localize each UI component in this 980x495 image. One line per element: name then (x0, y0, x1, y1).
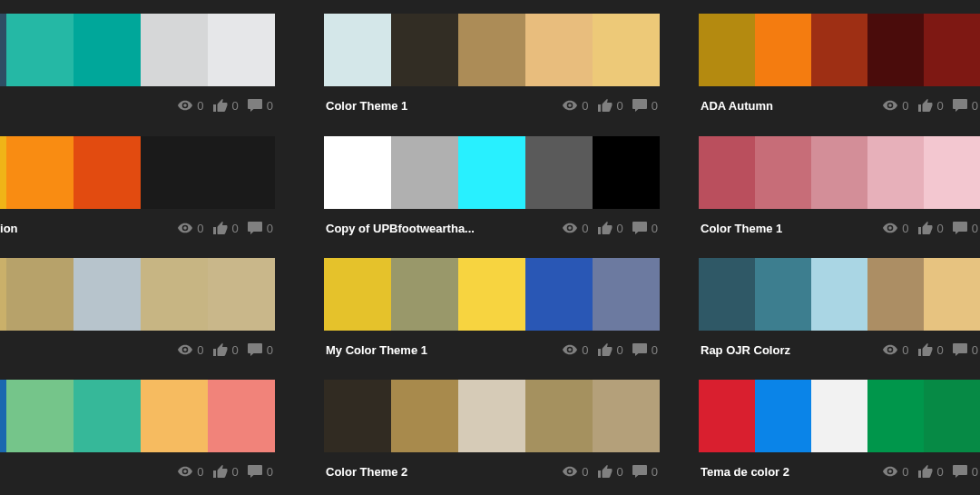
swatch[interactable] (525, 14, 593, 86)
swatch[interactable] (391, 380, 458, 452)
palette-title[interactable]: Color Theme 1 (326, 99, 407, 113)
comments-stat[interactable]: 0 (632, 222, 658, 235)
palette-card[interactable]: Color Theme 1000 (324, 14, 660, 121)
swatch[interactable] (6, 136, 74, 209)
comments-stat[interactable]: 0 (953, 343, 978, 357)
swatch[interactable] (593, 14, 660, 86)
palette-card[interactable]: Color Theme 2000 (324, 380, 660, 487)
swatch[interactable] (141, 258, 208, 331)
palette-card[interactable]: it000 (0, 380, 275, 487)
views-stat[interactable]: 0 (883, 465, 908, 479)
swatch[interactable] (699, 258, 755, 331)
likes-stat[interactable]: 0 (598, 465, 623, 479)
likes-stat[interactable]: 0 (213, 99, 239, 113)
swatch[interactable] (324, 14, 391, 86)
swatch[interactable] (324, 380, 391, 452)
swatch[interactable] (924, 380, 980, 452)
comments-stat[interactable]: 0 (248, 99, 273, 113)
palette-title[interactable]: Rap OJR Colorz (701, 343, 790, 357)
swatch[interactable] (924, 136, 980, 209)
palette-title[interactable]: My Color Theme 1 (326, 343, 427, 357)
swatch[interactable] (0, 258, 6, 331)
swatch[interactable] (0, 380, 6, 452)
swatch[interactable] (74, 136, 141, 209)
swatch[interactable] (699, 136, 755, 209)
swatch[interactable] (525, 258, 593, 331)
swatch[interactable] (811, 258, 867, 331)
comments-stat[interactable]: 0 (248, 222, 273, 235)
swatch[interactable] (391, 14, 458, 86)
swatch[interactable] (141, 380, 208, 452)
palette-card[interactable]: Rap OJR Colorz000 (699, 258, 980, 365)
swatch[interactable] (593, 136, 660, 209)
views-stat[interactable]: 0 (178, 343, 203, 357)
swatch[interactable] (208, 258, 275, 331)
views-stat[interactable]: 0 (563, 465, 588, 479)
swatch[interactable] (867, 258, 924, 331)
swatch[interactable] (391, 258, 458, 331)
swatch[interactable] (593, 258, 660, 331)
swatch[interactable] (867, 136, 924, 209)
comments-stat[interactable]: 0 (632, 343, 658, 357)
likes-stat[interactable]: 0 (213, 343, 239, 357)
swatch[interactable] (6, 258, 74, 331)
swatch[interactable] (0, 136, 6, 209)
swatch[interactable] (458, 136, 525, 209)
likes-stat[interactable]: 0 (598, 343, 623, 357)
swatch[interactable] (74, 380, 141, 452)
palette-card[interactable]: Copy of UPBfootweartha...000 (324, 136, 660, 243)
comments-stat[interactable]: 0 (632, 99, 658, 113)
comments-stat[interactable]: 0 (632, 465, 658, 479)
comments-stat[interactable]: 0 (953, 465, 978, 479)
swatch[interactable] (6, 14, 74, 86)
swatch[interactable] (755, 14, 811, 86)
palette-title[interactable]: Copy of UPBfootweartha... (326, 222, 475, 235)
comments-stat[interactable]: 0 (248, 343, 273, 357)
palette-title[interactable]: Scene Fusion (0, 222, 18, 235)
views-stat[interactable]: 0 (883, 99, 908, 113)
swatch[interactable] (699, 14, 755, 86)
views-stat[interactable]: 0 (883, 343, 908, 357)
swatch[interactable] (141, 136, 208, 209)
swatch[interactable] (458, 14, 525, 86)
likes-stat[interactable]: 0 (918, 222, 944, 235)
likes-stat[interactable]: 0 (213, 222, 239, 235)
swatch[interactable] (208, 14, 275, 86)
comments-stat[interactable]: 0 (953, 99, 978, 113)
views-stat[interactable]: 0 (563, 99, 588, 113)
palette-title[interactable]: Tema de color 2 (701, 465, 789, 479)
swatch[interactable] (755, 380, 811, 452)
swatch[interactable] (867, 380, 924, 452)
swatch[interactable] (458, 380, 525, 452)
palette-card[interactable]: ADA Autumn000 (699, 14, 980, 121)
swatch[interactable] (811, 136, 867, 209)
swatch[interactable] (699, 380, 755, 452)
palette-title[interactable]: Color Theme 1 (701, 222, 782, 235)
swatch[interactable] (0, 14, 6, 86)
swatch[interactable] (525, 380, 593, 452)
swatch[interactable] (458, 258, 525, 331)
likes-stat[interactable]: 0 (598, 99, 623, 113)
comments-stat[interactable]: 0 (953, 222, 978, 235)
palette-card[interactable]: oom Paint000 (0, 258, 275, 365)
likes-stat[interactable]: 0 (598, 222, 623, 235)
swatch[interactable] (525, 136, 593, 209)
swatch[interactable] (811, 380, 867, 452)
views-stat[interactable]: 0 (178, 99, 203, 113)
swatch[interactable] (324, 258, 391, 331)
comments-stat[interactable]: 0 (248, 465, 273, 479)
palette-card[interactable]: Color Theme 1000 (699, 136, 980, 243)
swatch[interactable] (593, 380, 660, 452)
swatch[interactable] (74, 14, 141, 86)
palette-title[interactable]: ADA Autumn (701, 99, 773, 113)
swatch[interactable] (924, 14, 980, 86)
swatch[interactable] (208, 380, 275, 452)
palette-title[interactable]: Color Theme 2 (326, 465, 407, 479)
likes-stat[interactable]: 0 (918, 99, 944, 113)
views-stat[interactable]: 0 (563, 222, 588, 235)
likes-stat[interactable]: 0 (918, 343, 944, 357)
swatch[interactable] (755, 258, 811, 331)
swatch[interactable] (924, 258, 980, 331)
palette-card[interactable]: 000 (0, 14, 275, 121)
views-stat[interactable]: 0 (883, 222, 908, 235)
